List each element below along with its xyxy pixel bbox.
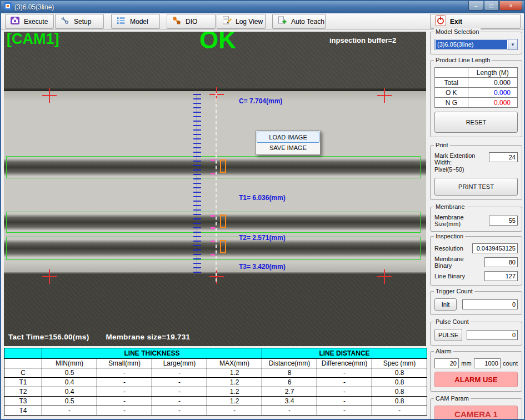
table-cell — [4, 359, 42, 368]
table-cell: 0.5 — [42, 368, 97, 378]
model-label: Model — [130, 18, 148, 26]
table-cell: 1.2 — [207, 378, 262, 387]
crosshair-marker — [209, 87, 224, 102]
line-binary-input[interactable] — [484, 271, 518, 281]
camera-view[interactable]: [CAM1] OK inpsection buffer=2 C= 7.704(m… — [4, 32, 426, 346]
edge-tick — [211, 241, 215, 242]
reset-button[interactable]: RESET — [434, 112, 518, 133]
auto-teach-button[interactable]: Auto Teach — [272, 14, 326, 29]
print-test-button[interactable]: PRINT TEST — [434, 178, 518, 196]
table-column-header-row: MIN(mm) Small(mm) Large(mm) MAX(mm) Dist… — [4, 359, 427, 368]
table-row: T1 0.4 - - 1.2 6 - 0.8 — [4, 378, 427, 387]
trigger-init-button[interactable]: Init — [434, 298, 457, 311]
edge-tick — [211, 173, 215, 174]
table-cell: 0.4 — [42, 387, 97, 397]
length-column-header: Length (M) — [468, 68, 517, 78]
table-cell: 0.8 — [372, 368, 427, 378]
membrane-group: Membrane Membrane Size(mm) — [430, 207, 522, 232]
log-view-button[interactable]: Log View — [217, 14, 266, 29]
crosshair-marker — [42, 88, 57, 103]
model-selection-group: Model Selection (3)6.05(3line) ▼ — [430, 32, 522, 54]
membrane-size-input[interactable] — [489, 216, 518, 226]
minimize-button[interactable]: – — [468, 1, 483, 11]
group-label: Inspection — [434, 233, 465, 239]
edge-tick — [211, 215, 215, 217]
table-cell: - — [317, 387, 372, 397]
pulse-count-group: Pulse Count PULSE — [430, 322, 522, 346]
table-cell: 0.8 — [372, 397, 427, 406]
table-cell: - — [317, 368, 372, 378]
row-label: C — [4, 368, 42, 378]
pixel-range-label: Pixel(5~50) — [434, 166, 487, 173]
column-header: Large(mm) — [152, 359, 207, 368]
list-icon — [116, 16, 126, 27]
results-table: LINE THICKNESS LINE DISTANCE MIN(mm) Sma… — [4, 348, 427, 416]
model-button[interactable]: Model — [111, 14, 160, 29]
row-label: O K — [435, 88, 468, 98]
maximize-button[interactable]: □ — [484, 1, 499, 11]
inspection-group: Inspection Resolution Membrane Binary Li… — [430, 236, 522, 286]
scan-line-dashed — [216, 93, 217, 282]
window-controls: – □ × — [468, 1, 522, 11]
execute-button[interactable]: Execute — [5, 14, 54, 29]
trigger-count-input[interactable] — [462, 299, 518, 309]
close-button[interactable]: × — [499, 1, 522, 11]
alarm-use-button[interactable]: ALARM USE — [434, 372, 518, 387]
table-cell: 3.4 — [262, 397, 317, 406]
alarm-mm-input[interactable] — [434, 358, 459, 368]
table-row: T4 - - - - - - - — [4, 406, 427, 416]
group-label: CAM Param — [434, 395, 471, 402]
chevron-down-icon[interactable]: ▼ — [508, 39, 517, 49]
setup-button[interactable]: Setup — [55, 14, 104, 29]
io-connector-icon — [172, 16, 182, 27]
toolbar: Execute Setup Model DIO Log View Auto Te… — [1, 13, 524, 30]
row-label: T1 — [4, 378, 42, 387]
pulse-button[interactable]: PULSE — [434, 329, 462, 341]
table-row: C 0.5 - - 1.2 8 - 0.8 — [4, 368, 427, 378]
ng-length-value: 0.000 — [468, 98, 517, 108]
model-selection-dropdown[interactable]: (3)6.05(3line) ▼ — [434, 39, 518, 50]
window-title: (3)6.05(3line) — [14, 3, 54, 11]
table-cell: - — [152, 406, 207, 416]
context-menu: LOAD IMAGE SAVE IMAGE — [256, 131, 321, 155]
mark-extension-width-label: Mark Extention Width: — [434, 152, 487, 166]
crosshair-marker — [377, 88, 392, 103]
edge-tick — [211, 159, 215, 161]
membrane-binary-input[interactable] — [484, 257, 518, 267]
edge-tick — [211, 227, 215, 229]
inspection-buffer-text: inpsection buffer=2 — [329, 36, 396, 44]
row-label: T2 — [4, 387, 42, 397]
table-cell: 1.2 — [207, 368, 262, 378]
table-cell: 0.8 — [372, 387, 427, 397]
table-cell: 0.5 — [42, 397, 97, 406]
context-menu-item-load-image[interactable]: LOAD IMAGE — [257, 132, 319, 143]
group-label: Membrane — [434, 203, 467, 210]
pulse-count-input[interactable] — [467, 330, 518, 340]
table-cell: - — [97, 378, 152, 387]
context-menu-item-save-image[interactable]: SAVE IMAGE — [257, 143, 319, 154]
group-label: Trigger Count — [434, 288, 474, 294]
alarm-count-input[interactable] — [474, 358, 501, 368]
table-cell: - — [317, 378, 372, 387]
table-corner-cell — [4, 348, 42, 359]
main-area: [CAM1] OK inpsection buffer=2 C= 7.704(m… — [1, 30, 524, 420]
column-header: MIN(mm) — [42, 359, 97, 368]
auto-teach-label: Auto Teach — [291, 18, 324, 26]
measurement-label-t1: T1= 6.036(mm) — [239, 194, 286, 202]
dio-button[interactable]: DIO — [167, 14, 216, 29]
resolution-input[interactable] — [472, 243, 518, 253]
group-label: Print — [434, 142, 450, 148]
mark-extension-width-input[interactable] — [489, 152, 518, 162]
exit-button[interactable]: Exit — [430, 14, 521, 29]
table-cell: - — [317, 397, 372, 406]
app-window: (3)6.05(3line) – □ × Execute Setup Model… — [0, 0, 525, 420]
total-length-value: 0.000 — [468, 78, 517, 88]
table-cell — [435, 68, 468, 78]
setup-label: Setup — [74, 18, 91, 26]
table-cell: 0.4 — [42, 378, 97, 387]
line-length-table: Length (M) Total 0.000 O K 0.000 N G 0.0… — [434, 67, 518, 108]
edge-marker-2 — [220, 214, 226, 228]
title-bar[interactable]: (3)6.05(3line) – □ × — [1, 1, 524, 13]
camera-1-button[interactable]: CAMERA 1 — [434, 406, 518, 420]
tact-time-text: Tact Time=156.00(ms) — [8, 333, 89, 341]
